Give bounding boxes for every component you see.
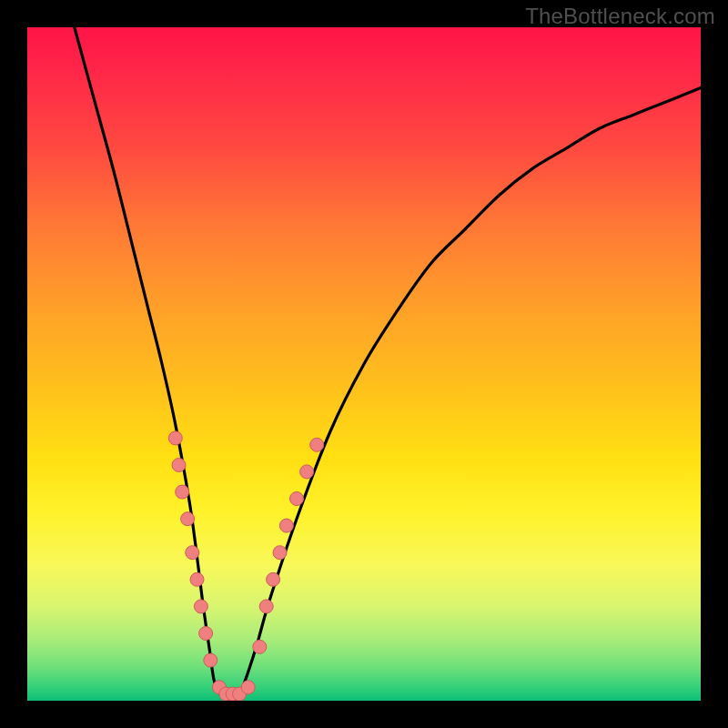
data-marker [279,519,293,532]
data-marker [172,459,186,472]
plot-area [27,27,701,701]
data-marker [199,627,213,641]
data-marker [186,546,199,560]
data-marker [290,492,304,506]
bottleneck-curve [75,27,701,701]
data-marker [253,640,267,653]
data-marker [310,438,324,451]
curve-layer [27,27,701,701]
data-marker [267,572,280,586]
data-marker [300,465,314,479]
data-marker [204,653,217,667]
data-marker [273,546,287,560]
watermark-text: TheBottleneck.com [525,4,715,29]
data-marker [241,681,255,694]
data-marker [259,600,273,613]
marker-layer [168,431,323,701]
data-marker [194,600,207,613]
chart-frame: TheBottleneck.com [0,0,728,728]
data-marker [176,485,189,499]
data-marker [181,512,195,526]
data-marker [190,572,204,586]
data-marker [168,431,182,445]
